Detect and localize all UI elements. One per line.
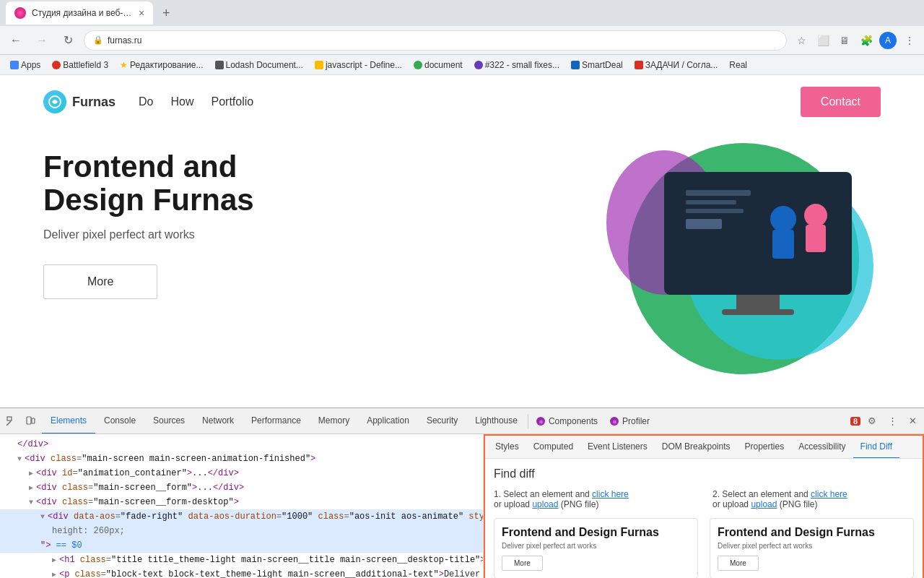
profile-button[interactable]: A — [879, 32, 897, 49]
tab-find-diff[interactable]: Find Diff — [853, 436, 899, 459]
svg-rect-2 — [686, 190, 751, 196]
nav-link-portfolio[interactable]: Portfolio — [211, 95, 253, 108]
tab-dom-breakpoints[interactable]: DOM Breakpoints — [655, 436, 738, 459]
code-line[interactable]: ▶<h1 class="title title_theme-light main… — [0, 553, 483, 567]
browser-tab[interactable]: Студия дизайна и веб-разра... × — [6, 1, 153, 25]
devtools-settings-button[interactable]: ⚙ — [863, 413, 881, 430]
code-line[interactable]: ▼<div class="main-screen main-screen-ani… — [0, 452, 483, 466]
tab-sources[interactable]: Sources — [144, 408, 193, 434]
tab-computed[interactable]: Computed — [526, 436, 580, 459]
preview-card-1: Frontend and Design Furnas Deliver pixel… — [494, 518, 698, 578]
svg-rect-10 — [7, 417, 12, 420]
forward-button[interactable]: → — [32, 30, 52, 51]
tab-title: Студия дизайна и веб-разра... — [32, 8, 133, 18]
preview-more-button-1[interactable]: More — [502, 556, 543, 571]
tab-favicon — [14, 7, 26, 19]
bookmark-label: SmartDeal — [582, 60, 623, 70]
contact-button[interactable]: Contact — [801, 87, 881, 117]
more-button[interactable]: More — [43, 264, 157, 299]
bookmark-label: ЗАДАЧИ / Согла... — [645, 60, 718, 70]
code-line-selected[interactable]: ▼<div data-aos="fade-right" data-aos-dur… — [0, 509, 483, 524]
hero-title: Frontend andDesign Furnas — [43, 150, 534, 217]
bookmark-label: #322 - small fixes... — [485, 60, 559, 70]
tab-profiler[interactable]: ⚛ Profiler — [603, 408, 655, 434]
monitor-stand — [736, 295, 780, 309]
bookmark-lodash[interactable]: Lodash Document... — [211, 59, 308, 72]
tab-components[interactable]: ⚛ Components — [530, 408, 603, 434]
find-diff-previews: Frontend and Design Furnas Deliver pixel… — [494, 518, 914, 578]
bookmark-real[interactable]: Real — [725, 59, 751, 72]
tab-close-button[interactable]: × — [139, 7, 144, 19]
tab-memory[interactable]: Memory — [310, 408, 358, 434]
lock-icon: 🔒 — [93, 35, 103, 45]
right-panel-tabs: Styles Computed Event Listeners DOM Brea… — [485, 436, 923, 459]
bookmark-322[interactable]: #322 - small fixes... — [470, 59, 564, 72]
code-line[interactable]: </div> — [0, 437, 483, 452]
tab-event-listeners[interactable]: Event Listeners — [580, 436, 655, 459]
devtools-inspect-button[interactable] — [3, 413, 20, 430]
bookmark-smartdeal[interactable]: SmartDeal — [567, 59, 627, 72]
bookmark-apps[interactable]: Apps — [6, 59, 45, 72]
devtools-more-button[interactable]: ⋮ — [884, 413, 901, 430]
nav-link-how[interactable]: How — [170, 95, 193, 108]
tab-accessibility[interactable]: Accessibility — [791, 436, 853, 459]
preview-subtitle-1: Deliver pixel perfect art works — [502, 542, 690, 550]
hero-monitor — [664, 172, 852, 315]
svg-line-11 — [6, 421, 11, 426]
devtools-close-button[interactable]: ✕ — [904, 413, 921, 430]
click-here-link-1[interactable]: click here — [592, 489, 629, 499]
tab-lighthouse[interactable]: Lighthouse — [466, 408, 526, 434]
bookmark-zadachi[interactable]: ЗАДАЧИ / Согла... — [630, 59, 723, 72]
svg-rect-4 — [686, 209, 744, 213]
new-tab-button[interactable]: + — [156, 3, 176, 23]
back-button[interactable]: ← — [6, 30, 26, 51]
monitor-screen — [664, 172, 852, 295]
bookmark-js[interactable]: javascript - Define... — [310, 59, 406, 72]
refresh-button[interactable]: ↻ — [58, 30, 78, 51]
nav-link-do[interactable]: Do — [139, 95, 153, 108]
code-line[interactable]: "> == $0 — [0, 538, 483, 553]
tab-properties[interactable]: Properties — [737, 436, 791, 459]
tab-network[interactable]: Network — [193, 408, 243, 434]
address-bar[interactable]: 🔒 furnas.ru — [84, 30, 787, 51]
svg-text:⚛: ⚛ — [538, 419, 543, 426]
svg-rect-5 — [686, 219, 722, 229]
tab-elements[interactable]: Elements — [42, 408, 95, 434]
click-here-link-2[interactable]: click here — [811, 489, 847, 499]
cast-button[interactable]: ⬜ — [814, 32, 832, 49]
tab-console[interactable]: Console — [95, 408, 144, 434]
tab-performance[interactable]: Performance — [243, 408, 310, 434]
code-line[interactable]: ▶<div class="main-screen__form">...</div… — [0, 480, 483, 495]
screenshot-button[interactable]: 🖥 — [836, 32, 853, 49]
svg-text:⚛: ⚛ — [612, 419, 617, 426]
bookmark-label: Battlefield 3 — [63, 60, 108, 70]
devtools-tabs: Elements Console Sources Network Perform… — [0, 408, 924, 434]
svg-rect-3 — [686, 200, 736, 204]
upload-link-1[interactable]: upload — [532, 499, 558, 509]
code-line[interactable]: height: 260px; — [0, 524, 483, 538]
upload-link-2[interactable]: upload — [751, 499, 777, 509]
url-text: furnas.ru — [108, 35, 141, 46]
svg-rect-9 — [806, 225, 826, 252]
tab-security[interactable]: Security — [418, 408, 466, 434]
code-line[interactable]: ▶<p class="block-text block-text_theme-l… — [0, 567, 483, 578]
code-line[interactable]: ▶<div id="animation_container">...</div> — [0, 466, 483, 480]
bookmark-star-button[interactable]: ☆ — [793, 32, 810, 49]
menu-button[interactable]: ⋮ — [901, 32, 918, 49]
extensions-button[interactable]: 🧩 — [858, 32, 875, 49]
preview-more-button-2[interactable]: More — [718, 556, 759, 571]
nav-bar: ← → ↻ 🔒 furnas.ru ☆ ⬜ 🖥 🧩 A ⋮ — [0, 26, 924, 55]
code-line[interactable]: ▼<div class="main-screen__form-desktop"> — [0, 495, 483, 509]
find-diff-content: Find diff 1. Select an element and click… — [485, 459, 923, 578]
svg-rect-7 — [772, 230, 794, 259]
tab-application[interactable]: Application — [358, 408, 418, 434]
bookmark-document[interactable]: document — [409, 59, 467, 72]
site-logo-text: Furnas — [72, 95, 116, 110]
monitor-base — [722, 309, 794, 315]
tab-styles[interactable]: Styles — [488, 436, 526, 459]
bookmark-edit[interactable]: ★ Редактирование... — [116, 59, 207, 72]
hero-subtitle: Deliver pixel perfect art works — [43, 228, 534, 241]
devtools-device-button[interactable] — [22, 413, 39, 430]
preview-card-2: Frontend and Design Furnas Deliver pixel… — [710, 518, 914, 578]
bookmark-bf3[interactable]: Battlefield 3 — [48, 59, 113, 72]
